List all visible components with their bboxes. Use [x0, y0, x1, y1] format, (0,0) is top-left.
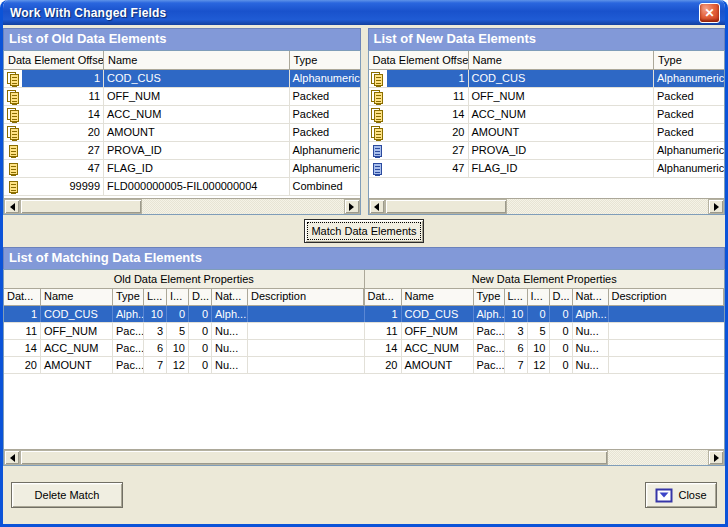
scroll-thumb[interactable]	[20, 199, 142, 214]
type-value: Packed	[290, 88, 360, 105]
table-row[interactable]: 47FLAG_IDAlphanumeric	[4, 160, 360, 178]
doc-front-page	[10, 92, 19, 104]
cell-value: 20	[365, 357, 402, 373]
table-row[interactable]: 27PROVA_IDAlphanumeric	[369, 142, 725, 160]
doc-front-page	[9, 145, 18, 157]
column-header-6[interactable]: Nat...	[212, 289, 248, 305]
scroll-right-button[interactable]	[708, 199, 724, 214]
window-close-button[interactable]: ✕	[699, 3, 720, 23]
old-half: 1COD_CUSAlph...1000Alph...	[4, 306, 365, 322]
matching-table-row[interactable]: 14ACC_NUMPac...6100Nu...14ACC_NUMPac...6…	[4, 340, 724, 357]
column-header-7[interactable]: Description	[248, 289, 364, 305]
matching-grid: Old Data Element Properties New Data Ele…	[3, 269, 725, 466]
table-row[interactable]: 14ACC_NUMPacked	[4, 106, 360, 124]
table-row[interactable]: 47FLAG_IDAlphanumeric	[369, 160, 725, 178]
offset-cell: 20	[369, 124, 469, 141]
matching-table-row[interactable]: 20AMOUNTPac...7120Nu...20AMOUNTPac...712…	[4, 357, 724, 374]
table-row[interactable]: 99999FLD000000005-FIL000000004Combined	[4, 178, 360, 196]
scroll-track[interactable]	[142, 199, 344, 214]
name-value: OFF_NUM	[104, 88, 290, 105]
column-header-2[interactable]: Type	[474, 289, 505, 305]
table-row[interactable]: 1COD_CUSAlphanumeric	[4, 70, 360, 88]
new-grid-hscrollbar[interactable]	[369, 198, 725, 214]
old-grid-hscrollbar[interactable]	[4, 198, 360, 214]
arrow-left-icon	[6, 454, 15, 462]
matching-table-row[interactable]: 11OFF_NUMPac...350Nu...11OFF_NUMPac...35…	[4, 323, 724, 340]
column-header-type[interactable]: Type	[654, 51, 724, 69]
offset-cell: 47	[4, 160, 104, 177]
matching-table-row[interactable]: 1COD_CUSAlph...1000Alph...1COD_CUSAlph..…	[4, 306, 724, 323]
name-value: ACC_NUM	[104, 106, 290, 123]
doc-front-page	[9, 181, 18, 193]
table-row[interactable]: 1COD_CUSAlphanumeric	[369, 70, 725, 88]
cell-value: Alph...	[212, 306, 248, 322]
cell-value: 1	[365, 306, 402, 322]
column-header-4[interactable]: I...	[528, 289, 550, 305]
column-header-2[interactable]: Type	[113, 289, 144, 305]
offset-cell: 27	[369, 142, 469, 159]
column-header-1[interactable]: Name	[402, 289, 474, 305]
scroll-left-button[interactable]	[4, 450, 20, 465]
column-header-0[interactable]: Dat...	[4, 289, 41, 305]
old-panel-title: List of Old Data Elements	[3, 28, 361, 50]
column-header-1[interactable]: Name	[41, 289, 113, 305]
column-header-3[interactable]: L...	[505, 289, 528, 305]
cell-value: 0	[167, 306, 189, 322]
cell-value: 7	[144, 357, 167, 373]
table-row[interactable]: 14ACC_NUMPacked	[369, 106, 725, 124]
title-bar[interactable]: Work With Changed Fields ✕	[3, 0, 725, 25]
table-row[interactable]: 20AMOUNTPacked	[4, 124, 360, 142]
column-header-6[interactable]: Nat...	[573, 289, 609, 305]
column-header-offset[interactable]: Data Element Offset	[369, 51, 469, 69]
cell-value: 3	[144, 323, 167, 339]
scroll-thumb[interactable]	[385, 199, 507, 214]
match-data-elements-button[interactable]: Match Data Elements	[304, 219, 424, 243]
column-header-5[interactable]: D...	[550, 289, 573, 305]
cell-value: 6	[505, 340, 528, 356]
new-half: 20AMOUNTPac...7120Nu...	[365, 357, 725, 373]
cell-value: 6	[144, 340, 167, 356]
icon-box	[4, 142, 22, 159]
cell-value: 1	[4, 306, 41, 322]
cell-value	[609, 357, 725, 373]
column-header-0[interactable]: Dat...	[365, 289, 402, 305]
table-row[interactable]: 27PROVA_IDAlphanumeric	[4, 142, 360, 160]
cell-value: 3	[505, 323, 528, 339]
scroll-right-button[interactable]	[344, 199, 360, 214]
column-header-5[interactable]: D...	[189, 289, 212, 305]
cell-value: Alph...	[474, 306, 505, 322]
column-header-3[interactable]: L...	[144, 289, 167, 305]
scroll-track[interactable]	[608, 450, 708, 465]
footer-bar: Delete Match Close	[3, 466, 725, 524]
doc-front-page	[374, 128, 383, 140]
table-row[interactable]: 20AMOUNTPacked	[369, 124, 725, 142]
cell-value: Nu...	[212, 340, 248, 356]
column-header-name[interactable]: Name	[104, 51, 290, 69]
type-value: Alphanumeric	[290, 142, 360, 159]
column-header-4[interactable]: I...	[167, 289, 189, 305]
table-row[interactable]: 11OFF_NUMPacked	[369, 88, 725, 106]
scroll-left-button[interactable]	[369, 199, 385, 214]
delete-match-button[interactable]: Delete Match	[11, 482, 123, 508]
close-button[interactable]: Close	[645, 482, 717, 508]
scroll-track[interactable]	[507, 199, 709, 214]
column-header-7[interactable]: Description	[609, 289, 725, 305]
cell-value: 0	[550, 323, 573, 339]
scroll-left-button[interactable]	[4, 199, 20, 214]
column-header-name[interactable]: Name	[469, 51, 655, 69]
old-half: 20AMOUNTPac...7120Nu...	[4, 357, 365, 373]
matching-grid-hscrollbar[interactable]	[4, 449, 724, 465]
doc-front-page	[9, 163, 18, 175]
doc-front-page	[374, 92, 383, 104]
table-row[interactable]: 11OFF_NUMPacked	[4, 88, 360, 106]
column-header-offset[interactable]: Data Element Offset	[4, 51, 104, 69]
cell-value: Pac...	[474, 323, 505, 339]
column-header-type[interactable]: Type	[290, 51, 360, 69]
scroll-thumb[interactable]	[20, 450, 608, 465]
icon-box	[4, 88, 22, 105]
old-properties-group-header: Old Data Element Properties	[4, 270, 365, 289]
new-half: 14ACC_NUMPac...6100Nu...	[365, 340, 725, 356]
offset-value: 20	[387, 124, 468, 141]
scroll-right-button[interactable]	[708, 450, 724, 465]
cell-value: AMOUNT	[41, 357, 113, 373]
